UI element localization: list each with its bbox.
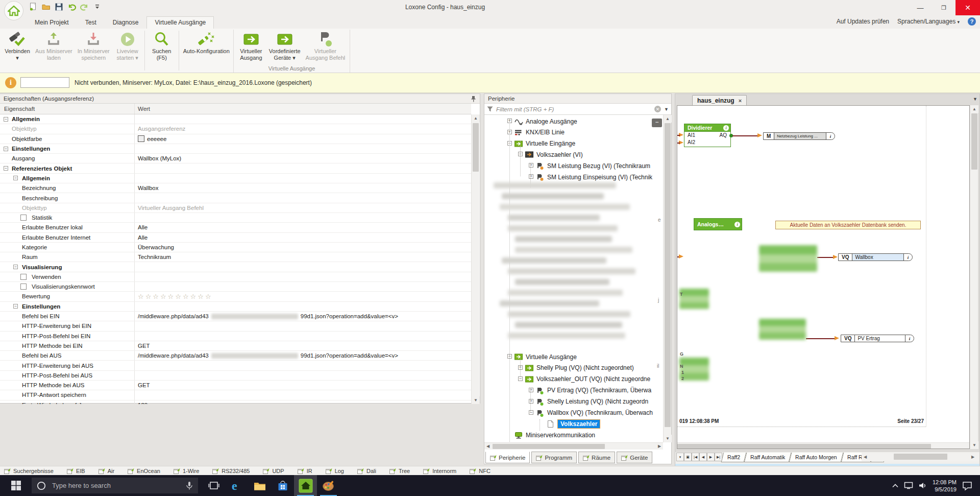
tree-item-sm-leistung-bezug-vi-technikraum[interactable]: +SM Leistung Bezug (VI) (Technikraum: [484, 160, 663, 171]
color-swatch[interactable]: [138, 135, 144, 142]
property-value[interactable]: Technikraum: [138, 254, 171, 260]
tree-item-knx-eib-linie[interactable]: +KNX/EIB Linie: [484, 127, 663, 138]
tree-item-label[interactable]: Shelly Leistung (VQ) (Nicht zugeordn: [547, 398, 648, 405]
property-row-http-methode-bei-ein[interactable]: HTTP Methode bei EINGET: [0, 341, 471, 351]
ribbon-button-virtueller[interactable]: VirtuellerAusgang: [236, 30, 266, 64]
taskbar-app-loxone-config[interactable]: [294, 475, 317, 496]
sheet-tab-raff-auto-morgen[interactable]: Raff Auto Morgen: [789, 453, 843, 462]
property-group-einstellungen[interactable]: −Einstellungen: [0, 144, 471, 154]
tree-expander-icon[interactable]: +: [529, 388, 533, 392]
sheet-nav-button[interactable]: |◀: [692, 453, 699, 461]
maximize-button[interactable]: ❐: [932, 0, 955, 15]
tree-item-label[interactable]: SM Leistung Bezug (VI) (Technikraum: [547, 162, 650, 170]
taskbar-search-box[interactable]: Type here to search: [32, 478, 198, 493]
property-row-objektfarbe[interactable]: Objektfarbeeeeeee: [0, 134, 471, 144]
tree-item-label[interactable]: Wallbox (VQ) (Technikraum, Überwach: [547, 409, 653, 416]
qat-dropdown-button[interactable]: [92, 2, 102, 11]
property-row-http-methode-bei-aus[interactable]: HTTP Methode bei AUSGET: [0, 381, 471, 390]
log-tab-suchergebnisse[interactable]: Suchergebnisse: [4, 468, 54, 474]
new-file-button[interactable]: [29, 2, 38, 11]
property-row-beschreibung[interactable]: Beschreibung: [0, 193, 471, 203]
taskbar-clock[interactable]: 12:08 PM9/5/2019: [933, 479, 957, 493]
property-row-ausgang[interactable]: AusgangWallbox (MyLox): [0, 154, 471, 163]
property-value[interactable]: Ausgangsreferenz: [138, 126, 185, 132]
property-row-erlaubte-benutzer-lokal[interactable]: Erlaubte Benutzer lokalAlle: [0, 223, 471, 232]
tree-item-volkszaehler-out-vq-nicht-zugeordne[interactable]: −Volkszaehler_OUT (VQ) (Nicht zugeordne: [484, 374, 663, 385]
group-expander-icon[interactable]: −: [13, 176, 18, 180]
tree-item-label[interactable]: Volkszaehler: [558, 420, 600, 428]
taskbar-app-task-view[interactable]: [202, 475, 225, 496]
analogs-block[interactable]: Analogs…i: [694, 218, 742, 230]
property-value[interactable]: Wallbox: [138, 185, 158, 191]
ribbon-button-auto-konfiguration[interactable]: Auto-Konfiguration: [181, 30, 232, 73]
property-value[interactable]: GET: [138, 382, 150, 388]
languages-link[interactable]: Sprachen/Languages ▾: [897, 18, 960, 25]
panel-tab-r-ume[interactable]: Räume: [578, 452, 615, 463]
ribbon-tab-virtuelle-ausg-nge[interactable]: Virtuelle Ausgänge: [146, 16, 214, 29]
tree-item-pv-ertrag-vq-technikraum-berwa[interactable]: +PV Ertrag (VQ) (Technikraum, Überwa: [484, 385, 663, 396]
tree-item-label[interactable]: SM Leistung Einspeisung (VI) (Technik: [547, 174, 652, 181]
save-button[interactable]: [54, 2, 63, 11]
help-button[interactable]: ?: [968, 17, 976, 26]
tree-item-volkszaehler-vi[interactable]: −Volkszaehler (VI): [484, 149, 663, 160]
block-info-icon[interactable]: i: [904, 254, 912, 261]
chevron-up-icon[interactable]: [892, 483, 899, 488]
property-group-einstellungen[interactable]: −Einstellungen: [0, 302, 471, 312]
taskbar-app-file-explorer[interactable]: [248, 475, 271, 496]
vq-pv-ertrag-block[interactable]: VQ PV Ertrag i: [841, 335, 914, 342]
microphone-icon[interactable]: [186, 481, 193, 490]
property-value[interactable]: /middleware.php/data/ad4399d1.json?opera…: [138, 352, 398, 359]
monitor-icon[interactable]: [904, 482, 913, 489]
rating-stars[interactable]: ☆☆☆☆☆☆☆☆☆☆: [138, 293, 213, 300]
tree-vertical-scrollbar[interactable]: ▲ ▼: [663, 115, 671, 442]
property-row-http-post-befehl-bei-ein[interactable]: HTTP-Post-Befehl bei EIN: [0, 332, 471, 341]
tab-close-icon[interactable]: ×: [739, 98, 742, 104]
sheet-nav-button[interactable]: ▾: [676, 453, 684, 461]
group-expander-icon[interactable]: −: [4, 166, 8, 171]
check-updates-link[interactable]: Auf Updates prüfen: [837, 18, 889, 25]
property-row-http-erweiterung-bei-ein[interactable]: HTTP-Erweiterung bei EIN: [0, 321, 471, 331]
netzbezug-memory-block[interactable]: M Netzbezug Leistung ... i: [763, 132, 835, 140]
property-row-erste-wiederholung-s[interactable]: Erste Wiederholung [s]120: [0, 400, 471, 404]
tree-item-label[interactable]: KNX/EIB Linie: [526, 129, 565, 136]
group-expander-icon[interactable]: −: [13, 304, 18, 309]
sheet-nav-button[interactable]: ▶: [707, 453, 715, 461]
diagram-note[interactable]: Aktuelle Daten an Volkszaehler Datenbank…: [775, 221, 921, 229]
tree-item-volkszaehler[interactable]: Volkszaehler: [484, 418, 663, 429]
property-row-verwenden[interactable]: Verwenden: [0, 272, 471, 282]
property-group-referenziertes-objekt[interactable]: −Referenziertes Objekt: [0, 163, 471, 173]
filter-dropdown-icon[interactable]: ▼: [664, 107, 669, 112]
ribbon-button-virtueller[interactable]: VirtuellerAusgang Befehl: [303, 30, 348, 64]
property-row-kategorie[interactable]: KategorieÜberwachung: [0, 243, 471, 252]
property-row-bezeichnung[interactable]: BezeichnungWallbox: [0, 183, 471, 193]
property-value[interactable]: Überwachung: [138, 244, 174, 250]
close-button[interactable]: ✕: [955, 0, 980, 15]
property-value[interactable]: Virtueller Ausgang Befehl: [138, 205, 204, 211]
vq-wallbox-block[interactable]: VQ Wallbox i: [838, 253, 913, 261]
dividierer-block[interactable]: Dividiereri AI1 AI2 AQ: [684, 124, 731, 147]
block-info-icon[interactable]: i: [723, 125, 729, 131]
property-value[interactable]: Alle: [138, 234, 148, 241]
block-info-icon[interactable]: i: [826, 133, 835, 139]
volume-icon[interactable]: [918, 482, 927, 489]
tree-item-virtuelle-ausg-nge[interactable]: −Virtuelle Ausgänge: [484, 351, 663, 362]
taskbar-app-edge[interactable]: e: [225, 475, 248, 496]
tree-item-virtuelle-eing-nge[interactable]: −Virtuelle Eingänge: [484, 138, 663, 149]
panel-tab-peripherie[interactable]: Peripherie: [485, 452, 530, 463]
tree-expander-icon[interactable]: −: [518, 376, 523, 381]
tab-list-dropdown-icon[interactable]: ▼: [973, 97, 977, 102]
taskbar-app-store[interactable]: [271, 475, 294, 496]
property-group-allgemein[interactable]: −Allgemein: [0, 114, 471, 124]
taskbar-app-paint[interactable]: [317, 475, 340, 496]
minimize-button[interactable]: —: [909, 0, 932, 15]
tree-expander-icon[interactable]: +: [529, 174, 533, 179]
tree-expander-icon[interactable]: +: [529, 399, 533, 404]
tree-item-sm-leistung-einspeisung-vi-technik[interactable]: +SM Leistung Einspeisung (VI) (Technik: [484, 172, 663, 182]
properties-vertical-scrollbar[interactable]: ▲ ▼: [471, 114, 479, 404]
group-expander-icon[interactable]: −: [13, 265, 18, 269]
block-info-icon[interactable]: i: [905, 335, 914, 342]
ribbon-tab-test[interactable]: Test: [77, 16, 105, 29]
ribbon-button-verbinden[interactable]: Verbinden▾: [2, 30, 33, 73]
log-tab-udp[interactable]: UDP: [263, 468, 284, 474]
app-menu-button[interactable]: [4, 1, 23, 20]
